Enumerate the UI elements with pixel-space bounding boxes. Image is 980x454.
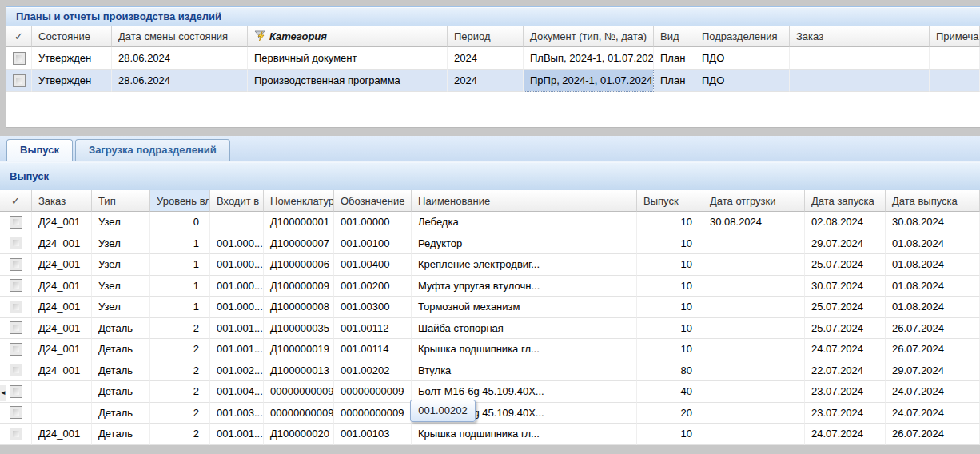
cell-output[interactable]: 10	[637, 339, 703, 360]
cell-parent[interactable]: 001.000...	[210, 254, 264, 276]
cell-level[interactable]: 2	[150, 318, 210, 340]
column-header-departments[interactable]: Подразделения	[695, 26, 790, 47]
cell-type[interactable]: Деталь	[92, 339, 150, 360]
cell-release-date[interactable]: 01.08.2024	[886, 233, 980, 255]
cell-type[interactable]: Деталь	[92, 403, 150, 424]
column-header-order[interactable]: Заказ	[790, 26, 930, 47]
cell-nomenclature[interactable]: Д100000007	[264, 233, 334, 255]
row-checkbox[interactable]	[10, 321, 22, 334]
cell-name[interactable]: Втулка	[412, 360, 637, 382]
cell-level[interactable]: 2	[150, 403, 210, 424]
table-row[interactable]: Утвержден28.06.2024Производственная прог…	[6, 70, 980, 92]
cell-output[interactable]: 80	[637, 360, 703, 382]
cell-ship-date[interactable]	[703, 424, 805, 445]
cell-state[interactable]: Утвержден	[32, 47, 112, 70]
table-row[interactable]: Д24_001Деталь2001.002...Д100000013001.00…	[0, 360, 980, 382]
table-row[interactable]: Д24_001Узел0Д100000001001.00000Лебедка10…	[0, 212, 980, 233]
cell-check[interactable]	[6, 47, 32, 70]
cell-type[interactable]: Деталь	[92, 381, 150, 403]
cell-ship-date[interactable]	[703, 381, 805, 403]
cell-order[interactable]: Д24_001	[32, 233, 92, 255]
cell-release-date[interactable]: 26.07.2024	[886, 318, 980, 340]
cell-nomenclature[interactable]: 00000000009	[264, 403, 334, 424]
cell-order[interactable]: Д24_001	[32, 360, 92, 382]
cell-ship-date[interactable]	[703, 276, 805, 297]
cell-period[interactable]: 2024	[448, 47, 524, 70]
cell-designation[interactable]: 001.00103	[334, 424, 412, 445]
cell-check[interactable]	[0, 360, 32, 382]
cell-document[interactable]: ПлВып, 2024-1, 01.07.2024	[524, 47, 654, 70]
cell-launch-date[interactable]: 25.07.2024	[805, 318, 886, 340]
cell-launch-date[interactable]: 23.07.2024	[805, 381, 886, 403]
cell-type[interactable]: Узел	[92, 254, 150, 276]
cell-ship-date[interactable]	[703, 254, 805, 276]
cell-category[interactable]: Первичный документ	[248, 47, 448, 70]
table-row[interactable]: Д24_001Узел1001.000...Д100000009001.0020…	[0, 276, 980, 297]
cell-document[interactable]: ПрПр, 2024-1, 01.07.2024	[524, 70, 654, 92]
cell-output[interactable]: 10	[637, 424, 703, 445]
row-checkbox[interactable]	[10, 258, 22, 271]
cell-designation[interactable]: 001.00114	[334, 339, 412, 360]
cell-output[interactable]: 10	[637, 254, 703, 276]
cell-parent[interactable]: 001.001...	[210, 424, 264, 445]
cell-output[interactable]: 10	[637, 233, 703, 255]
cell-output[interactable]: 40	[637, 381, 703, 403]
cell-parent[interactable]: 001.000...	[210, 233, 264, 255]
table-row[interactable]: Д24_001Узел1001.000...Д100000008001.0030…	[0, 297, 980, 318]
row-checkbox[interactable]	[10, 216, 22, 229]
cell-check[interactable]	[0, 318, 32, 340]
cell-type[interactable]: Узел	[92, 212, 150, 233]
cell-check[interactable]	[0, 233, 32, 255]
row-checkbox[interactable]	[10, 406, 22, 419]
cell-nomenclature[interactable]: Д100000035	[264, 318, 334, 340]
cell-designation[interactable]: 00000000009	[334, 381, 412, 403]
cell-name[interactable]: Тормозной механизм	[412, 297, 637, 318]
cell-release-date[interactable]: 01.08.2024	[886, 276, 980, 297]
cell-nomenclature[interactable]: Д100000009	[264, 276, 334, 297]
table-row[interactable]: Деталь2001.003...0000000000900000000009Б…	[0, 403, 980, 424]
cell-ship-date[interactable]	[703, 233, 805, 255]
cell-ship-date[interactable]	[703, 403, 805, 424]
column-header-note[interactable]: Примеча	[930, 26, 980, 47]
row-checkbox[interactable]	[10, 301, 22, 313]
column-header-category[interactable]: Категория	[248, 26, 448, 47]
column-header-release-date[interactable]: Дата выпуска	[886, 190, 980, 212]
cell-note[interactable]	[930, 47, 980, 70]
row-checkbox[interactable]	[10, 279, 22, 292]
cell-check[interactable]	[0, 254, 32, 276]
cell-level[interactable]: 0	[150, 212, 210, 233]
cell-name[interactable]: Крепление электродвиг...	[412, 254, 637, 276]
cell-type[interactable]: Деталь	[92, 318, 150, 340]
cell-type[interactable]: Узел	[92, 233, 150, 255]
cell-level[interactable]: 1	[150, 233, 210, 255]
column-header-check[interactable]: ✓	[0, 190, 32, 212]
cell-release-date[interactable]: 26.07.2024	[886, 424, 980, 445]
cell-launch-date[interactable]: 24.07.2024	[805, 339, 886, 360]
cell-release-date[interactable]: 26.07.2024	[886, 339, 980, 360]
cell-designation[interactable]: 001.00400	[334, 254, 412, 276]
cell-check[interactable]	[0, 403, 32, 424]
cell-kind[interactable]: План	[654, 47, 695, 70]
row-checkbox[interactable]	[10, 385, 22, 398]
cell-level[interactable]: 1	[150, 297, 210, 318]
cell-launch-date[interactable]: 23.07.2024	[805, 403, 886, 424]
column-header-name[interactable]: Наименование	[412, 190, 637, 212]
cell-order[interactable]: Д24_001	[32, 276, 92, 297]
cell-launch-date[interactable]: 29.07.2024	[805, 233, 886, 255]
cell-check[interactable]	[0, 297, 32, 318]
column-header-output[interactable]: Выпуск	[637, 190, 703, 212]
cell-output[interactable]: 20	[637, 403, 703, 424]
cell-level[interactable]: 1	[150, 254, 210, 276]
table-row[interactable]: Утвержден28.06.2024Первичный документ202…	[6, 47, 980, 70]
cell-parent[interactable]: 001.001...	[210, 318, 264, 340]
cell-parent[interactable]: 001.003...	[210, 403, 264, 424]
cell-output[interactable]: 10	[637, 297, 703, 318]
cell-designation[interactable]: 001.00100	[334, 233, 412, 255]
cell-designation[interactable]: 001.00300	[334, 297, 412, 318]
cell-type[interactable]: Деталь	[92, 424, 150, 445]
cell-order[interactable]	[790, 70, 930, 92]
column-header-nomenclature[interactable]: Номенклатура	[264, 190, 334, 212]
cell-ship-date[interactable]	[703, 339, 805, 360]
cell-level[interactable]: 2	[150, 424, 210, 445]
cell-parent[interactable]: 001.004...	[210, 381, 264, 403]
